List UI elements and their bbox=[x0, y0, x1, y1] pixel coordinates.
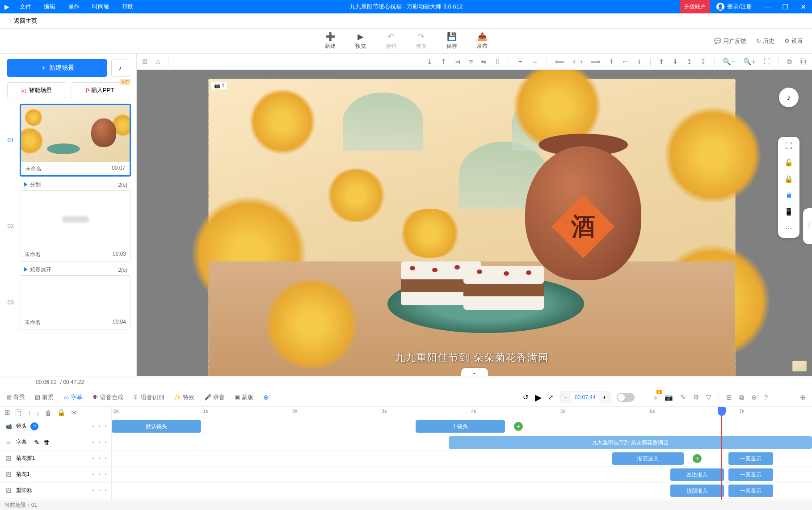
redo-button[interactable]: ↷恢复 bbox=[416, 32, 427, 50]
chevron-left-icon[interactable]: 〈 bbox=[6, 17, 12, 25]
distribute-h-icon[interactable]: ⫟ bbox=[517, 58, 524, 65]
align-bottom2-icon[interactable]: ⤈ bbox=[636, 58, 642, 66]
scene-card[interactable]: 未命名00:04 bbox=[20, 275, 131, 329]
rewind-icon[interactable]: ↺ bbox=[523, 393, 529, 401]
music-button[interactable]: ♪ bbox=[111, 59, 129, 77]
track-layer[interactable]: 🖼菊花瓣1••• bbox=[0, 451, 111, 467]
paste-icon[interactable]: ⿻ bbox=[800, 58, 807, 65]
align-left-icon[interactable]: ⟸ bbox=[555, 58, 565, 66]
home-icon[interactable]: ⌂ bbox=[156, 58, 160, 65]
tab-background[interactable]: ▨背景 bbox=[6, 393, 25, 401]
tab-subtitle[interactable]: ㏄字幕 bbox=[63, 393, 83, 401]
more-icon[interactable]: ⋯ bbox=[785, 224, 792, 232]
track-lane-subtitle[interactable]: 九九重阳佳节到 朵朵菊花香满园 bbox=[112, 434, 812, 451]
tab-record[interactable]: 🎤录音 bbox=[204, 393, 225, 401]
lock2-icon[interactable]: 🔒 bbox=[57, 409, 66, 417]
align-vcenter-icon[interactable]: ⫤ bbox=[454, 58, 461, 65]
add-clip-button[interactable]: + bbox=[514, 422, 523, 431]
new-folder-icon[interactable]: ⿹ bbox=[16, 409, 22, 417]
menu-action[interactable]: 操作 bbox=[62, 3, 86, 11]
clip-left-in[interactable]: 左边渐入 bbox=[670, 468, 724, 481]
settings-link[interactable]: ⚙设置 bbox=[784, 37, 803, 45]
float-music-button[interactable]: ♪ bbox=[779, 88, 799, 107]
menu-help[interactable]: 帮助 bbox=[116, 3, 140, 11]
history-link[interactable]: ↻历史 bbox=[756, 37, 774, 45]
eye-icon[interactable]: 👁 bbox=[71, 409, 78, 417]
tab-asr[interactable]: 🎙语音识别 bbox=[133, 393, 164, 401]
ruler-icon[interactable]: ⊞ bbox=[142, 58, 148, 66]
time-minus[interactable]: − bbox=[560, 392, 571, 403]
add-end-icon[interactable]: ⊕ bbox=[800, 393, 806, 401]
zoom-in-icon[interactable]: 🔍+ bbox=[743, 58, 756, 66]
track-lane-camera[interactable]: 默认镜头 1 镜头 + bbox=[112, 418, 812, 434]
tab-foreground[interactable]: ▧前景 bbox=[35, 393, 54, 401]
tab-mask[interactable]: ▣蒙版 bbox=[235, 393, 253, 401]
sub-edit-icon[interactable]: ✎ bbox=[34, 438, 40, 447]
zoom-timeline-out[interactable]: ⊖ bbox=[751, 393, 757, 401]
unlock-icon[interactable]: 🔓 bbox=[784, 158, 793, 167]
clip-camera-1[interactable]: 1 镜头 bbox=[416, 420, 505, 433]
add-folder-icon[interactable]: ⊞ bbox=[4, 409, 10, 417]
track-lane-layer[interactable]: 渐变进入 + 一直显示 bbox=[112, 451, 812, 467]
canvas-frame[interactable]: 📷 1 bbox=[208, 79, 736, 376]
desktop-icon[interactable]: 🖥 bbox=[785, 191, 792, 199]
clip-always[interactable]: 一直显示 bbox=[728, 485, 773, 497]
clip-default-camera[interactable]: 默认镜头 bbox=[112, 420, 201, 433]
maximize-button[interactable]: ☐ bbox=[776, 3, 794, 11]
tab-fx[interactable]: ✨特效 bbox=[174, 393, 194, 401]
track-layer[interactable]: 🖼重阳糕••• bbox=[0, 483, 111, 499]
back-home-link[interactable]: 返回主页 bbox=[14, 17, 37, 25]
expand-icon[interactable]: ⤢ bbox=[548, 393, 554, 401]
side-panel-toggle[interactable]: 〈 bbox=[803, 208, 812, 244]
undo-button[interactable]: ↶撤销 bbox=[386, 32, 396, 50]
publish-button[interactable]: 📤发布 bbox=[477, 32, 488, 50]
align-bottom-icon[interactable]: ⤓ bbox=[427, 58, 433, 66]
lock-icon[interactable]: 🔒 bbox=[784, 175, 793, 183]
canvas-area[interactable]: 📷 1 bbox=[137, 70, 812, 376]
close-button[interactable]: ✕ bbox=[794, 3, 812, 11]
time-plus[interactable]: + bbox=[599, 392, 610, 403]
edit-icon[interactable]: ✎ bbox=[680, 393, 686, 401]
menu-file[interactable]: 文件 bbox=[13, 3, 38, 11]
zoom-out-icon[interactable]: 🔍− bbox=[723, 58, 735, 66]
flip-h-icon[interactable]: ⇋ bbox=[481, 58, 487, 66]
menu-timeline[interactable]: 时间轴 bbox=[86, 3, 116, 11]
insert-ppt-button[interactable]: P插入PPTVIP bbox=[71, 82, 130, 98]
send-back-icon[interactable]: ⬇ bbox=[673, 58, 678, 66]
camera-tool-icon[interactable]: 📷 bbox=[665, 393, 673, 401]
flip-v-icon[interactable]: ⥮ bbox=[495, 58, 501, 66]
smart-scene-button[interactable]: ᴀɪ智能场景 bbox=[7, 82, 66, 98]
backward-icon[interactable]: ↧ bbox=[700, 58, 706, 66]
copy-icon[interactable]: ⧉ bbox=[787, 58, 792, 66]
minimize-button[interactable]: — bbox=[758, 3, 776, 11]
keyframe-icon[interactable]: ⟐ bbox=[653, 393, 657, 401]
track-lane-layer[interactable]: 顶部渐入 一直显示 bbox=[112, 483, 812, 499]
delete-icon[interactable]: 🗑 bbox=[45, 409, 52, 417]
preview-button[interactable]: ▶预览 bbox=[355, 32, 366, 50]
add-track-icon[interactable]: ⊞ bbox=[726, 393, 732, 401]
menu-edit[interactable]: 编辑 bbox=[38, 3, 62, 11]
track-lane-layer[interactable]: 左边渐入 一直显示 bbox=[112, 467, 812, 483]
clip-always[interactable]: 一直显示 bbox=[728, 452, 773, 465]
feedback-link[interactable]: 💬用户反馈 bbox=[714, 37, 746, 45]
scene-transition[interactable]: ▶ 分割2(s) bbox=[5, 179, 131, 190]
sub-del-icon[interactable]: 🗑 bbox=[43, 438, 50, 446]
clip-fade-in[interactable]: 渐变进入 bbox=[612, 452, 684, 465]
scene-card[interactable]: 未命名00:07 bbox=[20, 104, 131, 177]
settings2-icon[interactable]: ⚙ bbox=[693, 393, 699, 401]
align-top-icon[interactable]: ⤒ bbox=[441, 58, 446, 66]
scene-card[interactable]: 未命名00:03 bbox=[20, 190, 131, 261]
help-badge[interactable]: ? bbox=[30, 422, 38, 430]
bring-front-icon[interactable]: ⬆ bbox=[659, 58, 665, 66]
filter-icon[interactable]: ▽ bbox=[706, 393, 711, 401]
more-circle-icon[interactable]: ⊕ bbox=[263, 393, 269, 401]
distribute-v-icon[interactable]: ⫠ bbox=[532, 58, 539, 65]
align-equal-icon[interactable]: ≡ bbox=[469, 58, 473, 65]
new-scene-button[interactable]: ＋新建场景 bbox=[7, 59, 107, 77]
align-middle-icon[interactable]: ⤌ bbox=[623, 58, 628, 66]
upgrade-button[interactable]: 升级账户 bbox=[680, 0, 710, 13]
play-icon[interactable]: ▶ bbox=[535, 392, 542, 403]
clip-subtitle[interactable]: 九九重阳佳节到 朵朵菊花香满园 bbox=[449, 436, 812, 449]
add-clip-button[interactable]: + bbox=[693, 454, 702, 463]
clip-top-in[interactable]: 顶部渐入 bbox=[670, 485, 724, 497]
